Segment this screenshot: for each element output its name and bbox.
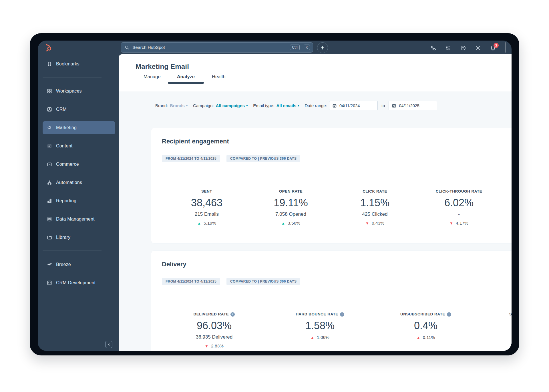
- phone-icon: [430, 45, 437, 51]
- campaign-filter-dropdown[interactable]: All campaigns ▾: [216, 103, 248, 108]
- sidebar-collapse-button[interactable]: [105, 341, 112, 348]
- help-button[interactable]: [460, 45, 466, 51]
- sidebar-item-label: Data Management: [56, 217, 95, 222]
- chevron-left-icon: [107, 343, 111, 347]
- sidebar-item-bookmarks[interactable]: Bookmarks: [43, 57, 115, 71]
- metric-unsubscribed-rate: UNSUBSCRIBED RATEi 0.4% ▲0.11%: [373, 312, 479, 349]
- search-placeholder: Search HubSpot: [132, 45, 287, 50]
- metric-value: 1.15%: [333, 197, 417, 209]
- metric-delta: ▼0.43%: [333, 221, 417, 226]
- sidebar-item-crm[interactable]: CRM: [43, 103, 115, 116]
- recipient-engagement-card: Recipient engagement FROM 4/11/2024 TO 4…: [151, 128, 512, 243]
- hubspot-app-window: Bookmarks Workspaces CRM Marketing Conte…: [38, 41, 512, 351]
- date-range-pill: FROM 4/11/2024 TO 4/11/2025: [162, 155, 220, 162]
- delta-arrow-icon: ▲: [281, 221, 285, 225]
- info-icon[interactable]: i: [340, 312, 344, 317]
- calendar-icon: [392, 103, 396, 108]
- campaign-filter-label: Campaign:: [193, 103, 214, 108]
- sidebar-item-label: Workspaces: [56, 89, 82, 94]
- tab-manage[interactable]: Manage: [144, 73, 161, 80]
- date-to-input[interactable]: 04/11/2025: [389, 101, 437, 110]
- metrics-row: SENTi 38,463 215 Emails ▲5.19% OPEN RATE…: [151, 189, 512, 226]
- metric-sub: 215 Emails: [165, 211, 249, 217]
- metric-delta: ▲0.11%: [373, 335, 479, 340]
- bookmark-icon: [47, 61, 52, 67]
- delta-arrow-icon: ▼: [449, 221, 453, 225]
- metric-label-partial: S: [509, 312, 512, 316]
- badge-row: FROM 4/11/2024 TO 4/11/2025 COMPARED TO …: [162, 155, 512, 162]
- topbar-icons: 3: [430, 43, 506, 53]
- data-management-icon: [47, 216, 52, 222]
- help-icon: [460, 45, 466, 51]
- email-type-filter-dropdown[interactable]: All emails ▾: [276, 103, 299, 108]
- metric-value: 96.03%: [161, 320, 267, 331]
- sidebar-item-label: CRM Development: [56, 280, 96, 285]
- metric-delivered-rate: DELIVERED RATEi 96.03% 36,935 Delivered …: [161, 312, 267, 349]
- sidebar-item-label: Automations: [56, 180, 82, 185]
- marketplace-button[interactable]: [445, 45, 451, 51]
- sidebar-item-label: Content: [56, 143, 72, 149]
- section-title: Recipient engagement: [162, 138, 512, 145]
- calling-button[interactable]: [430, 45, 437, 51]
- metric-delta: ▼2.83%: [161, 343, 267, 349]
- shortcut-ctrl-key: Ctrl: [290, 45, 299, 50]
- reporting-icon: [47, 198, 52, 204]
- notification-count-badge: 3: [494, 43, 499, 48]
- create-button[interactable]: +: [317, 42, 328, 53]
- marketing-icon: [47, 125, 52, 131]
- library-icon: [47, 235, 52, 240]
- metric-click-through-rate: CLICK-THROUGH RATEi 6.02% - ▼4.17%: [417, 189, 501, 226]
- metric-hard-bounce-rate: HARD BOUNCE RATEi 1.58% ▲1.06%: [267, 312, 373, 349]
- sidebar-item-label: Bookmarks: [56, 61, 79, 67]
- sidebar-item-marketing[interactable]: Marketing: [43, 121, 115, 134]
- metric-delta: ▲3.56%: [249, 221, 333, 226]
- sidebar-item-reporting[interactable]: Reporting: [43, 194, 115, 207]
- info-icon[interactable]: i: [230, 312, 235, 317]
- email-type-filter-label: Email type:: [253, 103, 274, 108]
- hubspot-logo[interactable]: [44, 43, 53, 52]
- main-content: Marketing Email Manage Analyze Health Br…: [119, 54, 512, 351]
- filter-bar: Brand: Brands ▾ Campaign: All campaigns …: [155, 101, 437, 110]
- calendar-icon: [332, 103, 337, 108]
- sidebar-item-crm-development[interactable]: CRM Development: [43, 276, 115, 289]
- sidebar-item-label: Library: [56, 235, 70, 240]
- gear-icon: [475, 45, 481, 51]
- content-icon: [47, 143, 52, 149]
- sidebar-item-breeze[interactable]: Breeze: [43, 258, 115, 271]
- metric-sub: 36,935 Delivered: [161, 334, 267, 340]
- chevron-down-icon: ▾: [186, 104, 188, 107]
- sidebar-item-data-management[interactable]: Data Management: [43, 213, 115, 226]
- workspaces-icon: [47, 88, 52, 94]
- date-range-label: Date range:: [305, 103, 327, 108]
- search-input[interactable]: Search HubSpot Ctrl K: [121, 42, 313, 53]
- metric-delta: ▲5.19%: [165, 221, 249, 226]
- comparison-pill: COMPARED TO | PREVIOUS 366 DAYS: [226, 278, 300, 285]
- date-from-input[interactable]: 04/11/2024: [329, 101, 378, 110]
- metric-sub: -: [417, 211, 501, 217]
- chevron-down-icon: ▾: [298, 104, 299, 107]
- topbar: Search HubSpot Ctrl K + 3: [119, 41, 512, 54]
- sidebar-item-label: Reporting: [56, 198, 76, 203]
- notifications-button[interactable]: 3: [490, 45, 496, 51]
- analyze-body: Brand: Brands ▾ Campaign: All campaigns …: [119, 91, 512, 351]
- info-icon[interactable]: i: [447, 312, 451, 317]
- page-header: Marketing Email Manage Analyze Health: [119, 54, 512, 91]
- sidebar-item-label: Breeze: [56, 262, 71, 267]
- tab-analyze[interactable]: Analyze: [177, 73, 195, 80]
- delta-arrow-icon: ▲: [197, 221, 201, 225]
- metric-value: 19.11%: [249, 197, 333, 209]
- tab-health[interactable]: Health: [212, 73, 226, 80]
- settings-button[interactable]: [475, 45, 481, 51]
- sidebar-item-label: Commerce: [56, 162, 79, 167]
- metric-delta: ▼4.17%: [417, 221, 501, 226]
- sidebar-item-commerce[interactable]: Commerce: [43, 158, 115, 171]
- automations-icon: [47, 180, 52, 185]
- delta-arrow-icon: ▼: [365, 221, 369, 225]
- comparison-pill: COMPARED TO | PREVIOUS 366 DAYS: [226, 155, 300, 162]
- sidebar-item-workspaces[interactable]: Workspaces: [43, 85, 115, 98]
- sidebar-item-library[interactable]: Library: [43, 231, 115, 244]
- sidebar-nav: Bookmarks Workspaces CRM Marketing Conte…: [38, 54, 119, 295]
- brand-filter-dropdown[interactable]: Brands ▾: [170, 103, 188, 108]
- sidebar-item-content[interactable]: Content: [43, 139, 115, 153]
- sidebar-item-automations[interactable]: Automations: [43, 176, 115, 189]
